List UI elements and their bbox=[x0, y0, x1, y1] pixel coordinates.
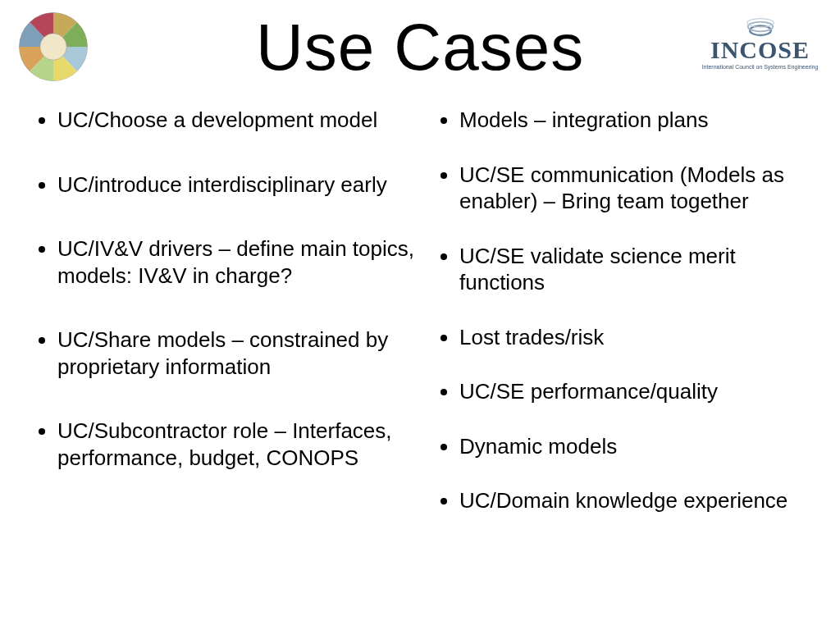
list-item: UC/introduce interdisciplinary early bbox=[57, 171, 422, 199]
list-item: Lost trades/risk bbox=[459, 324, 824, 351]
list-item: UC/Domain knowledge experience bbox=[459, 487, 824, 514]
list-item: UC/Subcontractor role – Interfaces, perf… bbox=[57, 418, 422, 471]
right-column: Models – integration plans UC/SE communi… bbox=[430, 107, 824, 614]
page-title: Use Cases bbox=[256, 10, 584, 85]
slide: Use Cases INCOSE International Council o… bbox=[0, 0, 840, 630]
left-column: UC/Choose a development model UC/introdu… bbox=[33, 107, 430, 614]
list-item: UC/SE performance/quality bbox=[459, 378, 824, 405]
svg-point-1 bbox=[40, 34, 66, 60]
list-item: UC/IV&V drivers – define main topics, mo… bbox=[57, 235, 422, 289]
slide-header: Use Cases INCOSE International Council o… bbox=[0, 0, 840, 90]
incose-wordmark: INCOSE bbox=[710, 38, 810, 62]
wheel-logo bbox=[8, 10, 98, 84]
list-item: Models – integration plans bbox=[459, 107, 824, 134]
list-item: UC/SE communication (Models as enabler) … bbox=[459, 162, 824, 215]
incose-logo: INCOSE International Council on Systems … bbox=[688, 12, 832, 70]
list-item: UC/Share models – constrained by proprie… bbox=[57, 326, 422, 380]
slide-content: UC/Choose a development model UC/introdu… bbox=[33, 107, 824, 614]
incose-subtitle: International Council on Systems Enginee… bbox=[702, 64, 819, 70]
list-item: UC/SE validate science merit functions bbox=[459, 243, 824, 296]
list-item: Dynamic models bbox=[459, 433, 824, 460]
list-item: UC/Choose a development model bbox=[57, 107, 422, 134]
